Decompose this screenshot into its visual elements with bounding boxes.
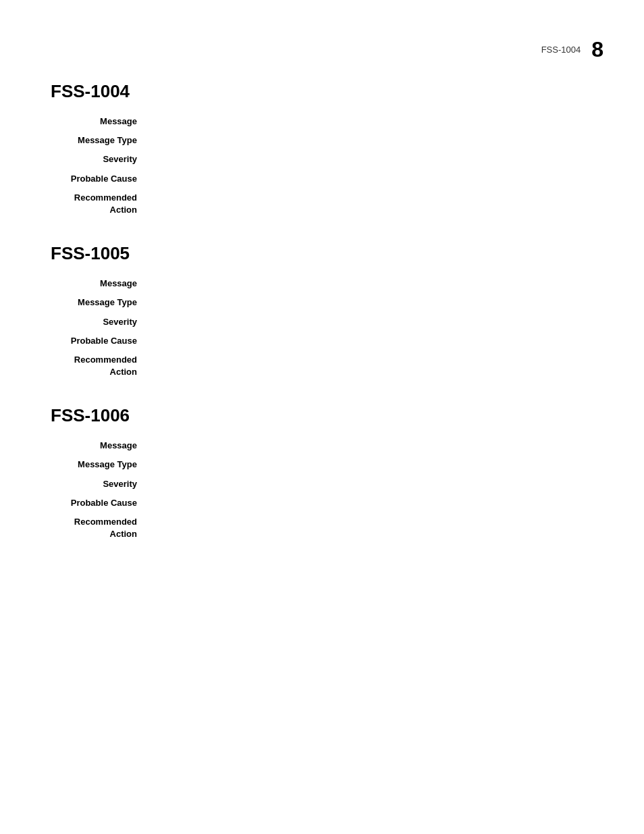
field-label-fss-1005-4: RecommendedAction [51, 354, 145, 378]
field-row-fss-1005-2: Severity [51, 316, 593, 328]
field-row-fss-1004-4: RecommendedAction [51, 192, 593, 216]
field-row-fss-1005-4: RecommendedAction [51, 354, 593, 378]
field-label-fss-1006-1: Message Type [51, 459, 145, 471]
field-row-fss-1004-0: Message [51, 115, 593, 128]
field-value-fss-1006-1 [145, 459, 593, 471]
field-row-fss-1006-4: RecommendedAction [51, 516, 593, 540]
field-row-fss-1006-3: Probable Cause [51, 497, 593, 509]
page-header: FSS-1004 8 [541, 37, 603, 62]
field-value-fss-1005-4 [145, 354, 593, 378]
field-value-fss-1004-3 [145, 173, 593, 185]
field-label-fss-1004-2: Severity [51, 153, 145, 165]
header-page-number: 8 [591, 37, 603, 62]
field-value-fss-1004-1 [145, 134, 593, 147]
main-content: FSS-1004MessageMessage TypeSeverityProba… [0, 0, 644, 540]
field-label-fss-1005-3: Probable Cause [51, 335, 145, 347]
section-fss-1004: FSS-1004MessageMessage TypeSeverityProba… [51, 81, 593, 216]
field-label-fss-1005-1: Message Type [51, 296, 145, 309]
field-row-fss-1004-3: Probable Cause [51, 173, 593, 185]
field-value-fss-1005-0 [145, 278, 593, 290]
field-value-fss-1006-2 [145, 478, 593, 490]
section-fss-1006: FSS-1006MessageMessage TypeSeverityProba… [51, 405, 593, 540]
header-code: FSS-1004 [541, 45, 581, 55]
field-row-fss-1004-1: Message Type [51, 134, 593, 147]
field-label-fss-1004-0: Message [51, 115, 145, 128]
field-label-fss-1006-3: Probable Cause [51, 497, 145, 509]
field-label-fss-1006-2: Severity [51, 478, 145, 490]
field-label-fss-1004-1: Message Type [51, 134, 145, 147]
field-label-fss-1004-4: RecommendedAction [51, 192, 145, 216]
section-title-fss-1004: FSS-1004 [51, 81, 593, 102]
field-row-fss-1005-3: Probable Cause [51, 335, 593, 347]
section-fss-1005: FSS-1005MessageMessage TypeSeverityProba… [51, 243, 593, 378]
field-label-fss-1006-4: RecommendedAction [51, 516, 145, 540]
field-label-fss-1004-3: Probable Cause [51, 173, 145, 185]
field-value-fss-1004-2 [145, 153, 593, 165]
field-value-fss-1005-2 [145, 316, 593, 328]
field-value-fss-1005-1 [145, 296, 593, 309]
section-title-fss-1006: FSS-1006 [51, 405, 593, 426]
field-value-fss-1006-4 [145, 516, 593, 540]
field-label-fss-1005-2: Severity [51, 316, 145, 328]
field-row-fss-1006-2: Severity [51, 478, 593, 490]
field-value-fss-1004-0 [145, 115, 593, 128]
field-label-fss-1005-0: Message [51, 278, 145, 290]
field-label-fss-1006-0: Message [51, 440, 145, 452]
field-value-fss-1006-0 [145, 440, 593, 452]
field-row-fss-1006-0: Message [51, 440, 593, 452]
field-row-fss-1005-0: Message [51, 278, 593, 290]
field-row-fss-1006-1: Message Type [51, 459, 593, 471]
section-title-fss-1005: FSS-1005 [51, 243, 593, 264]
field-row-fss-1004-2: Severity [51, 153, 593, 165]
field-value-fss-1005-3 [145, 335, 593, 347]
field-value-fss-1006-3 [145, 497, 593, 509]
field-value-fss-1004-4 [145, 192, 593, 216]
field-row-fss-1005-1: Message Type [51, 296, 593, 309]
